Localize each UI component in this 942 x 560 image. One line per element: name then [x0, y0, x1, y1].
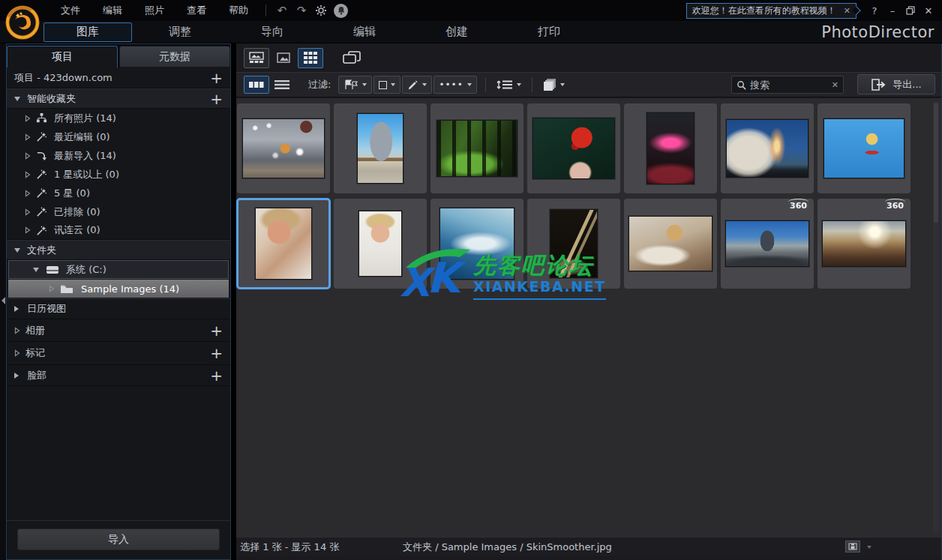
photo-thumbnail-360-monument[interactable]: 360: [721, 199, 814, 289]
tree-item-cyberlink-cloud[interactable]: 讯连云 (0): [7, 221, 230, 240]
tree-item-label: 5 星 (0): [54, 187, 90, 200]
tree-item-all-photos[interactable]: 所有照片 (14): [7, 109, 230, 127]
redo-icon[interactable]: ↷: [292, 1, 311, 19]
expand-triangle-icon: [14, 373, 19, 379]
export-button[interactable]: 导出...: [857, 74, 935, 94]
chevron-right-icon[interactable]: [25, 208, 31, 216]
vertical-scrollbar[interactable]: [933, 101, 939, 533]
photo-thumbnail-basketball-dunk[interactable]: [237, 103, 330, 193]
chevron-right-icon[interactable]: [14, 327, 20, 334]
sidebar-tab-metadata[interactable]: 元数据: [119, 46, 230, 67]
photo-thumbnail-neon-storefront[interactable]: [624, 103, 717, 193]
chevron-right-icon[interactable]: [25, 133, 31, 141]
compare-info-icon[interactable]: [845, 541, 860, 553]
flag-filter-button[interactable]: [338, 76, 372, 94]
chevron-down-icon[interactable]: [867, 546, 872, 549]
photo-image: [357, 113, 404, 184]
photo-thumbnail-maple-leaf[interactable]: [527, 103, 620, 193]
tooltip-close-icon[interactable]: ✕: [844, 6, 850, 16]
add-face-button[interactable]: +: [210, 368, 223, 383]
tab-create[interactable]: 创建: [412, 22, 501, 42]
settings-gear-icon[interactable]: [311, 1, 331, 19]
import-button[interactable]: 导入: [17, 529, 220, 550]
menu-photo[interactable]: 照片: [134, 0, 176, 21]
tab-print[interactable]: 打印: [505, 22, 593, 42]
tree-item-rejected[interactable]: 已排除 (0): [7, 202, 230, 221]
photo-thumbnail-laughing-woman[interactable]: [334, 199, 427, 289]
restore-button[interactable]: [902, 2, 920, 19]
chevron-right-icon[interactable]: [25, 226, 31, 234]
faces-row[interactable]: 脸部 +: [7, 365, 230, 386]
tree-item-system-drive[interactable]: 系统 (C:): [8, 260, 229, 279]
tree-item-sample-images-selected[interactable]: Sample Images (14): [8, 280, 229, 298]
menu-edit[interactable]: 编辑: [92, 0, 134, 21]
sidebar-collapse-handle[interactable]: [0, 291, 6, 310]
search-clear-icon[interactable]: ✕: [832, 80, 838, 90]
folders-header[interactable]: 文件夹: [7, 240, 230, 260]
search-input[interactable]: [750, 79, 829, 91]
tree-item-latest-import[interactable]: 最新导入 (14): [7, 146, 230, 165]
tags-row[interactable]: 标记 +: [7, 342, 230, 365]
scrollbar-thumb[interactable]: [934, 103, 938, 223]
photo-thumbnail-boat-island[interactable]: [334, 103, 427, 193]
photo-thumbnail-skateboarder[interactable]: [818, 103, 910, 193]
chevron-right-icon[interactable]: [25, 152, 31, 160]
tab-adjustment[interactable]: 调整: [136, 22, 224, 42]
menu-help[interactable]: 帮助: [218, 0, 260, 21]
close-button[interactable]: ✕: [920, 2, 938, 19]
add-album-button[interactable]: +: [210, 323, 223, 338]
filter-label: 过滤:: [308, 78, 331, 91]
tree-item-label: 最近编辑 (0): [54, 130, 110, 144]
albums-row[interactable]: 相册 +: [7, 319, 230, 342]
photo-thumbnail-woman-portrait-selected[interactable]: [237, 199, 330, 289]
single-view-button[interactable]: [271, 48, 296, 68]
add-tag-button[interactable]: +: [210, 346, 223, 361]
add-smart-collection-button[interactable]: +: [210, 91, 223, 106]
chevron-right-icon[interactable]: [49, 285, 55, 292]
add-project-button[interactable]: +: [210, 70, 223, 85]
tree-item-one-star-up[interactable]: 1 星或以上 (0): [7, 165, 230, 184]
photo-image: [628, 216, 712, 271]
collapse-arrow-icon: [2, 297, 5, 304]
sidebar-tab-project[interactable]: 项目: [7, 46, 118, 67]
photo-thumbnail-rocket-launch[interactable]: [721, 103, 814, 193]
list-view-toggle[interactable]: [269, 76, 295, 94]
chevron-right-icon[interactable]: [25, 171, 31, 178]
thumbnail-strip-toggle[interactable]: [244, 76, 269, 94]
help-button[interactable]: ?: [866, 2, 884, 19]
undo-icon[interactable]: ↶: [272, 1, 292, 19]
chevron-right-icon[interactable]: [14, 349, 20, 357]
menu-file[interactable]: 文件: [50, 0, 92, 21]
photo-thumbnail-window-light[interactable]: [527, 199, 620, 289]
color-label-filter-button[interactable]: [374, 76, 400, 94]
menu-view[interactable]: 查看: [176, 0, 218, 21]
chevron-right-icon[interactable]: [25, 190, 31, 197]
photo-image: [725, 220, 809, 267]
notifications-bell-icon[interactable]: [334, 4, 348, 18]
photo-thumbnail-woman-leaning[interactable]: [624, 199, 717, 289]
folders-label: 文件夹: [27, 244, 56, 257]
more-filters-button[interactable]: ••••: [434, 76, 476, 94]
calendar-view-row[interactable]: 日历视图: [7, 298, 230, 319]
grid-view-button[interactable]: [298, 48, 323, 68]
browser-view-button[interactable]: [244, 48, 269, 68]
tab-guided[interactable]: 导向: [228, 22, 316, 42]
collapse-triangle-icon: [33, 268, 39, 272]
tab-edit[interactable]: 编辑: [320, 22, 409, 42]
tree-item-five-star[interactable]: 5 星 (0): [7, 184, 230, 202]
smart-collection-header[interactable]: 智能收藏夹 +: [7, 88, 230, 109]
stack-button[interactable]: [539, 76, 568, 94]
photo-thumbnail-ocean-wave[interactable]: [430, 199, 524, 289]
tree-item-recently-edited[interactable]: 最近编辑 (0): [7, 127, 230, 146]
sort-button[interactable]: [493, 76, 525, 94]
chevron-right-icon[interactable]: [25, 115, 31, 122]
wand-icon: [36, 187, 49, 199]
edited-filter-button[interactable]: [402, 76, 432, 94]
photo-thumbnail-forest[interactable]: [430, 103, 524, 193]
photo-image: [726, 119, 808, 178]
project-header-row[interactable]: 项目 - 423down.com +: [7, 67, 230, 88]
minimize-button[interactable]: –: [884, 2, 902, 19]
tab-library[interactable]: 图库: [44, 22, 132, 42]
photo-thumbnail-360-sunset[interactable]: 360: [818, 199, 910, 289]
dual-display-swap-button[interactable]: [338, 48, 365, 68]
